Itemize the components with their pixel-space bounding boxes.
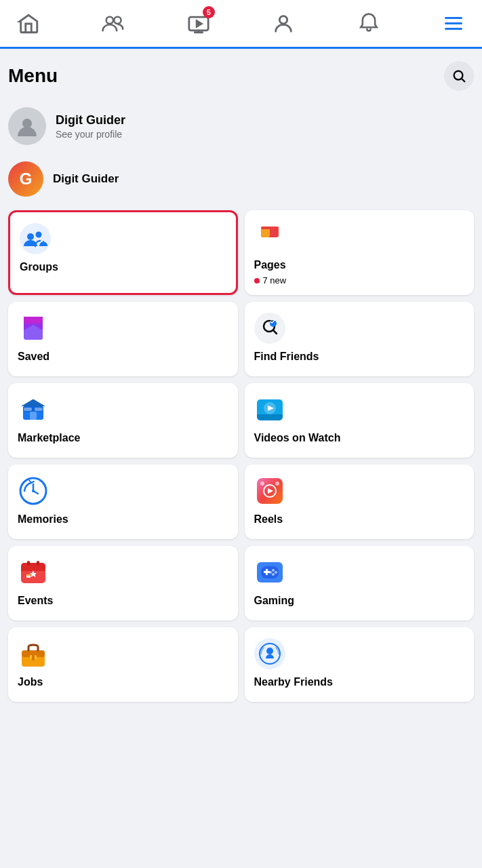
svg-rect-13	[261, 226, 279, 229]
marketplace-icon	[18, 394, 49, 425]
menu-grid: Groups Pages 7 new	[8, 210, 474, 702]
videos-on-watch-icon	[254, 394, 285, 425]
jobs-label: Jobs	[18, 676, 228, 688]
svg-point-32	[275, 481, 279, 486]
svg-rect-15	[24, 317, 43, 323]
nav-profile[interactable]	[263, 0, 304, 48]
menu-item-groups[interactable]: Groups	[8, 210, 238, 295]
menu-item-saved[interactable]: Saved	[8, 302, 238, 376]
svg-rect-38	[27, 561, 30, 566]
page-account-row[interactable]: G Digit Guider	[8, 155, 474, 208]
nav-friends[interactable]	[93, 0, 134, 48]
svg-point-31	[260, 481, 264, 486]
svg-point-0	[106, 16, 113, 23]
svg-rect-37	[26, 574, 31, 576]
menu-item-marketplace[interactable]: Marketplace	[8, 383, 238, 458]
nearby-friends-icon	[254, 638, 285, 669]
svg-rect-24	[35, 408, 43, 411]
pages-badge-text: 7 new	[263, 275, 287, 285]
page-avatar: G	[8, 161, 43, 197]
profile-name: Digit Guider	[56, 113, 125, 127]
menu-item-gaming[interactable]: Gaming	[245, 546, 475, 620]
search-button[interactable]	[444, 61, 474, 91]
videos-on-watch-label: Videos on Watch	[254, 432, 465, 444]
memories-label: Memories	[18, 513, 228, 526]
menu-item-pages[interactable]: Pages 7 new	[245, 210, 475, 295]
svg-rect-23	[24, 408, 32, 411]
svg-rect-51	[32, 654, 35, 660]
menu-item-events[interactable]: Events	[8, 546, 238, 620]
svg-point-16	[254, 313, 285, 344]
svg-rect-39	[37, 561, 39, 566]
nav-watch[interactable]: 5	[178, 0, 219, 48]
svg-point-1	[115, 16, 121, 23]
page-content: Menu Digit Guider See your profile G Dig…	[0, 49, 482, 715]
svg-point-6	[20, 223, 51, 254]
jobs-icon	[18, 638, 49, 669]
menu-item-find-friends[interactable]: Find Friends	[245, 302, 475, 376]
groups-icon	[20, 223, 51, 254]
top-nav-bar: 5	[0, 0, 482, 49]
find-friends-label: Find Friends	[254, 351, 465, 363]
nav-notifications[interactable]	[348, 0, 389, 48]
events-label: Events	[18, 595, 228, 607]
saved-label: Saved	[18, 351, 228, 363]
page-account-name: Digit Guider	[53, 172, 119, 186]
pages-icon	[254, 221, 285, 252]
menu-item-memories[interactable]: Memories	[8, 465, 238, 539]
svg-point-47	[269, 571, 272, 574]
svg-point-45	[275, 571, 277, 574]
watch-badge: 5	[203, 6, 215, 18]
profile-row[interactable]: Digit Guider See your profile	[8, 100, 474, 155]
svg-point-46	[272, 573, 275, 576]
menu-item-reels[interactable]: Reels	[245, 465, 475, 539]
svg-point-44	[272, 569, 275, 572]
hamburger-icon	[445, 17, 462, 30]
gaming-icon	[254, 557, 285, 588]
saved-icon	[18, 313, 49, 344]
menu-item-videos-on-watch[interactable]: Videos on Watch	[245, 383, 475, 458]
events-icon	[18, 557, 49, 588]
svg-point-5	[22, 119, 32, 128]
pages-label: Pages	[254, 259, 465, 271]
svg-point-54	[266, 648, 273, 654]
nav-menu[interactable]	[433, 0, 474, 48]
svg-point-3	[280, 16, 287, 23]
svg-point-7	[27, 233, 34, 240]
profile-subtitle: See your profile	[56, 129, 125, 140]
menu-header: Menu	[8, 49, 474, 100]
svg-rect-22	[30, 412, 37, 420]
nav-home[interactable]	[8, 0, 49, 48]
find-friends-icon	[254, 313, 285, 344]
memories-icon	[18, 475, 49, 507]
groups-label: Groups	[20, 261, 226, 273]
menu-item-jobs[interactable]: Jobs	[8, 627, 238, 702]
nearby-friends-label: Nearby Friends	[254, 676, 465, 688]
page-title: Menu	[8, 65, 58, 87]
marketplace-label: Marketplace	[18, 432, 228, 444]
pages-badge: 7 new	[254, 275, 465, 285]
svg-point-8	[36, 232, 42, 238]
avatar	[8, 107, 46, 145]
svg-rect-43	[266, 569, 268, 575]
menu-item-nearby-friends[interactable]: Nearby Friends	[245, 627, 475, 702]
gaming-label: Gaming	[254, 595, 465, 607]
reels-icon	[254, 475, 285, 507]
reels-label: Reels	[254, 513, 465, 526]
profile-info: Digit Guider See your profile	[56, 113, 125, 140]
pages-dot	[254, 278, 260, 283]
